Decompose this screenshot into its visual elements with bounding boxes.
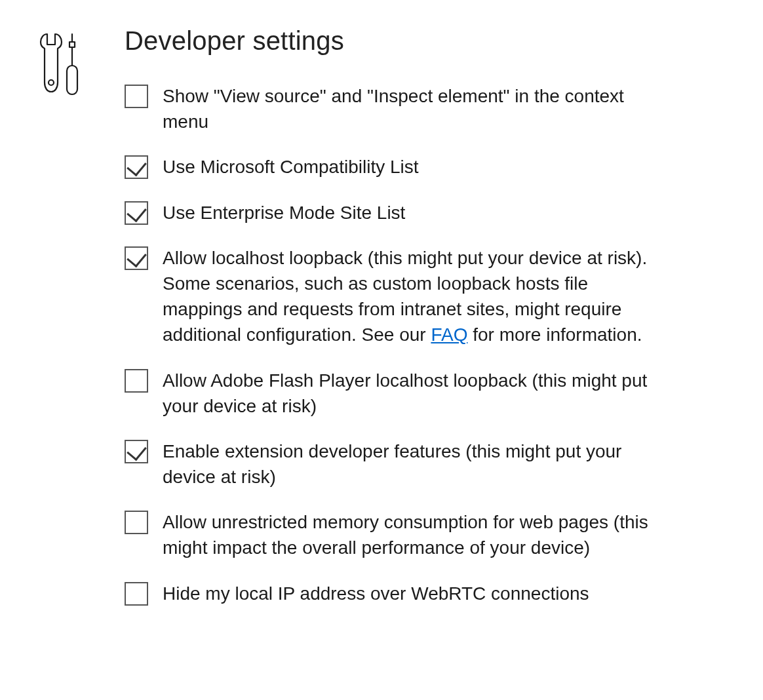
checkbox-allow-flash-loopback[interactable] — [125, 369, 148, 393]
option-allow-unrestricted-memory: Allow unrestricted memory consumption fo… — [125, 509, 662, 560]
label-use-enterprise-mode-site-list: Use Enterprise Mode Site List — [163, 200, 405, 225]
checkbox-allow-unrestricted-memory[interactable] — [125, 511, 148, 534]
svg-point-0 — [49, 80, 54, 85]
faq-link[interactable]: FAQ — [431, 324, 467, 345]
developer-settings-panel: Developer settings Show "View source" an… — [33, 26, 730, 626]
label-use-microsoft-compat-list: Use Microsoft Compatibility List — [163, 154, 419, 180]
label-allow-localhost-loopback-post: for more information. — [467, 324, 642, 345]
option-allow-flash-loopback: Allow Adobe Flash Player localhost loopb… — [125, 368, 662, 419]
label-enable-extension-dev-features: Enable extension developer features (thi… — [163, 438, 662, 490]
checkbox-use-microsoft-compat-list[interactable] — [125, 155, 148, 179]
label-allow-localhost-loopback: Allow localhost loopback (this might put… — [163, 245, 662, 348]
checkbox-enable-extension-dev-features[interactable] — [125, 440, 148, 463]
checkbox-allow-localhost-loopback[interactable] — [125, 246, 148, 270]
svg-rect-4 — [67, 66, 77, 94]
checkbox-hide-local-ip-webrtc[interactable] — [125, 582, 148, 606]
checkbox-use-enterprise-mode-site-list[interactable] — [125, 201, 148, 225]
icon-column — [33, 26, 85, 105]
checkbox-show-view-source[interactable] — [125, 85, 148, 108]
label-show-view-source: Show "View source" and "Inspect element"… — [163, 83, 662, 134]
label-allow-flash-loopback: Allow Adobe Flash Player localhost loopb… — [163, 368, 662, 419]
option-show-view-source: Show "View source" and "Inspect element"… — [125, 83, 662, 134]
option-use-enterprise-mode-site-list: Use Enterprise Mode Site List — [125, 200, 662, 225]
option-enable-extension-dev-features: Enable extension developer features (thi… — [125, 438, 662, 490]
option-use-microsoft-compat-list: Use Microsoft Compatibility List — [125, 154, 662, 180]
label-hide-local-ip-webrtc: Hide my local IP address over WebRTC con… — [163, 581, 589, 606]
page-title: Developer settings — [125, 26, 662, 56]
option-hide-local-ip-webrtc: Hide my local IP address over WebRTC con… — [125, 581, 662, 606]
svg-rect-2 — [69, 42, 75, 47]
label-allow-unrestricted-memory: Allow unrestricted memory consumption fo… — [163, 509, 662, 560]
option-allow-localhost-loopback: Allow localhost loopback (this might put… — [125, 245, 662, 348]
tools-icon — [33, 93, 85, 104]
content-column: Developer settings Show "View source" an… — [125, 26, 662, 626]
